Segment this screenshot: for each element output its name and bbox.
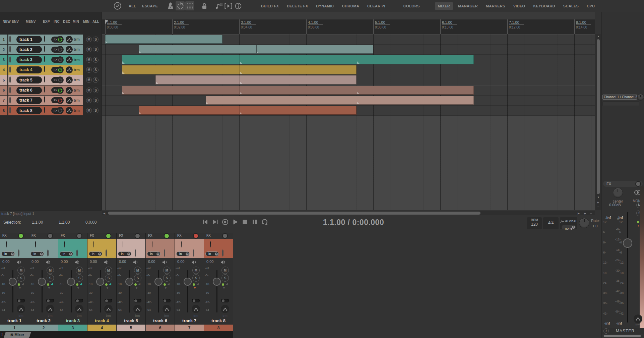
mute-button[interactable]: M [134,267,141,274]
strip-number-cell[interactable]: 8 [204,325,233,331]
info-icon[interactable]: i [603,328,609,334]
mute-button[interactable]: M [86,98,92,103]
input-selector[interactable]: in▼ [89,251,102,256]
master-fader-handle[interactable] [623,238,632,248]
selection-length[interactable]: 0.0.00 [85,220,96,225]
fader-handle[interactable] [67,278,75,286]
mixer-dock-tab[interactable]: ⊠ Mixer [4,332,31,338]
play-button[interactable] [232,218,239,226]
send-icon[interactable]: ▼ [18,287,21,290]
fader-track[interactable] [158,270,159,313]
fader-track[interactable] [100,270,101,313]
toolbar-chroma-button[interactable]: CHROMA [339,2,362,10]
strip-name-label[interactable]: track 2 [29,318,58,323]
scroll-right-icon[interactable]: ▶ [578,212,580,215]
horizontal-scrollbar[interactable]: ◀ ▶ + − [102,211,595,215]
strip-number-cell[interactable]: 2 [29,325,58,331]
master-scrollbar[interactable] [603,335,641,337]
record-arm-button[interactable] [9,87,11,94]
routing-button[interactable] [133,305,142,313]
track-number-cell[interactable]: 1 [0,35,7,44]
pan-knob[interactable] [123,241,123,247]
mute-button[interactable]: M [221,267,229,274]
mute-button[interactable]: M [17,267,25,274]
strip-fx-row[interactable]: FX [29,233,58,239]
gain-readout[interactable]: 0.00 [177,260,184,264]
io-toggle[interactable] [17,299,25,302]
mixer-strip-track-7[interactable]: FXin▼0.00-inf-6--18--30--42--54-MS◀▼trmt… [175,233,204,331]
track-panel-row[interactable]: 2track 2FXtrmMS [0,45,102,54]
track-panel-row[interactable]: 7track 7FXtrmMS [0,96,102,105]
input-selector[interactable]: in▼ [60,251,73,256]
receive-icon[interactable]: ◀ [196,283,199,286]
send-icon[interactable]: ▼ [193,287,196,290]
input-selector[interactable]: in▼ [30,251,44,256]
track-volume-knob[interactable] [44,76,45,82]
receive-icon[interactable]: ◀ [80,283,82,286]
pan-knob[interactable] [181,241,182,247]
panel-min-all-button[interactable]: MIN - ALL [83,20,99,23]
panel-exp-button[interactable]: EXP [43,20,50,23]
fader-handle[interactable] [9,278,17,286]
record-arm-button[interactable] [193,249,194,257]
track-name-field[interactable]: track 6 [16,87,42,94]
track-name-field[interactable]: track 8 [16,107,42,114]
solo-button[interactable]: S [93,37,99,42]
receive-icon[interactable]: ◀ [21,283,24,286]
send-icon[interactable]: ▼ [48,287,51,290]
gain-readout[interactable]: 0.00 [61,260,68,264]
panel-env-button[interactable]: ENV [12,20,19,23]
record-arm-button[interactable] [135,249,136,257]
routing-button[interactable] [66,76,73,83]
midi-note-icon[interactable] [214,1,223,10]
record-arm-button[interactable] [76,249,78,257]
mute-button[interactable]: M [86,108,92,113]
gain-readout[interactable]: 0.00 [119,260,126,264]
fx-enable-button[interactable] [57,46,64,53]
repeat-button[interactable] [261,218,269,226]
master-routing-button[interactable] [634,315,642,323]
strip-number-cell[interactable]: 1 [0,325,29,331]
mute-button[interactable]: M [163,267,171,274]
io-toggle[interactable] [192,299,200,302]
fader-handle[interactable] [96,278,104,286]
io-toggle[interactable] [105,299,112,302]
ruler-bar-mark[interactable]: 2.1.000:02.00 [172,19,189,34]
time-signature-box[interactable]: 4/4 [543,217,559,229]
master-fx-bar[interactable]: FX [603,181,643,187]
send-icon[interactable]: ▼ [135,287,138,290]
toolbar-dynamic-button[interactable]: DYNAMIC [313,2,337,10]
record-button[interactable] [221,218,229,226]
fader-track[interactable] [12,270,13,313]
media-item-track-7[interactable] [206,96,474,105]
gain-readout[interactable]: 0.00 [90,260,97,264]
solo-button[interactable]: S [76,274,83,282]
track-name-field[interactable]: track 7 [16,97,42,104]
track-name-field[interactable]: track 3 [16,56,42,63]
mixer-strip-track-2[interactable]: FXin▼0.00-inf-6--18--30--42--54-MS◀▼trmt… [29,233,58,331]
solo-button[interactable]: S [93,98,99,103]
timeline-ruler[interactable]: 1.1.000:00.002.1.000:02.003.1.000:04.004… [102,19,595,34]
track-volume-knob[interactable] [44,36,45,42]
master-hardware-output-button[interactable]: Channel 1 / Channel 2 [602,95,637,100]
strip-fx-row[interactable]: FX [0,233,29,239]
pan-knob[interactable] [6,241,7,247]
strip-fx-row[interactable]: FX [146,233,175,239]
media-item-track-1[interactable] [105,35,222,44]
record-arm-button[interactable] [106,249,107,257]
grid-icon[interactable] [185,1,194,10]
mute-button[interactable]: M [86,88,92,93]
media-item-track-8[interactable] [139,106,357,115]
pan-knob[interactable] [64,241,65,247]
routing-button[interactable] [221,305,229,313]
pan-knob[interactable] [152,241,152,247]
toolbar-keyboard-button[interactable]: KEYBOARD [530,2,558,10]
record-arm-button[interactable] [9,66,11,73]
strip-number-cell[interactable]: 7 [175,325,204,331]
track-number-cell[interactable]: 4 [0,65,7,75]
ruler-bar-mark[interactable]: 3.1.000:04.00 [239,19,256,34]
info-icon[interactable] [234,1,243,10]
routing-button[interactable] [104,305,113,313]
speaker-icon[interactable] [104,260,109,266]
track-volume-knob[interactable] [44,46,45,52]
